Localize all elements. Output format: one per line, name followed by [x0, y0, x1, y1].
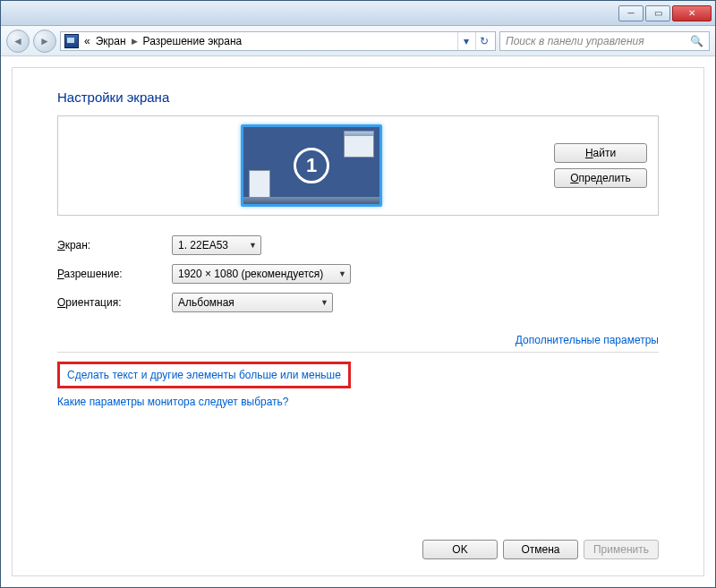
- preview-window-icon: [344, 131, 374, 158]
- titlebar: ─ ▭ ✕: [1, 1, 715, 26]
- resolution-value: 1920 × 1080 (рекомендуется): [178, 268, 323, 280]
- highlighted-link-box: Сделать текст и другие элементы больше и…: [57, 362, 351, 388]
- dialog-buttons: OK Отмена Применить: [57, 515, 659, 559]
- address-dropdown-icon[interactable]: ▾: [457, 32, 473, 50]
- cancel-button[interactable]: Отмена: [503, 540, 578, 559]
- address-bar[interactable]: « Экран ▶ Разрешение экрана ▾ ↻: [60, 31, 496, 51]
- screen-label: Экран:: [57, 239, 172, 251]
- control-panel-icon: [64, 34, 79, 48]
- chevron-down-icon: ▼: [320, 298, 328, 307]
- identify-button[interactable]: Определить: [554, 168, 647, 188]
- breadcrumb-prefix: «: [84, 35, 90, 47]
- minimize-button[interactable]: ─: [618, 5, 644, 21]
- page-title: Настройки экрана: [57, 89, 659, 105]
- chevron-right-icon: ▶: [132, 37, 138, 46]
- text-size-link[interactable]: Сделать текст и другие элементы больше и…: [67, 369, 341, 381]
- search-placeholder: Поиск в панели управления: [506, 35, 644, 47]
- preview-taskbar: [243, 197, 379, 204]
- monitor-preview-area: 1: [69, 124, 554, 207]
- screen-value: 1. 22EA53: [178, 239, 228, 251]
- close-button[interactable]: ✕: [672, 5, 712, 21]
- window: ─ ▭ ✕ ◄ ► « Экран ▶ Разрешение экрана ▾ …: [0, 0, 716, 588]
- settings-panel: Настройки экрана 1 Найти Определить: [12, 67, 704, 576]
- advanced-settings-link[interactable]: Дополнительные параметры: [516, 334, 659, 346]
- search-icon[interactable]: 🔍: [690, 35, 703, 47]
- chevron-down-icon: ▼: [249, 241, 257, 250]
- breadcrumb-resolution[interactable]: Разрешение экрана: [143, 35, 243, 47]
- ok-button[interactable]: OK: [422, 540, 498, 559]
- chevron-down-icon: ▼: [338, 269, 346, 278]
- monitor-1[interactable]: 1: [241, 124, 382, 207]
- screen-dropdown[interactable]: 1. 22EA53 ▼: [172, 235, 261, 255]
- monitor-preview-panel: 1 Найти Определить: [57, 115, 659, 216]
- nav-forward-button[interactable]: ►: [33, 30, 56, 53]
- search-input[interactable]: Поиск в панели управления 🔍: [499, 31, 710, 51]
- content-pane: Настройки экрана 1 Найти Определить: [1, 56, 715, 587]
- orientation-dropdown[interactable]: Альбомная ▼: [172, 293, 333, 312]
- navbar: ◄ ► « Экран ▶ Разрешение экрана ▾ ↻ Поис…: [1, 26, 715, 56]
- refresh-button[interactable]: ↻: [475, 32, 491, 50]
- find-button[interactable]: Найти: [554, 143, 647, 163]
- form-rows: Экран: 1. 22EA53 ▼ Разрешение: 1920 × 10…: [57, 235, 659, 321]
- apply-button: Применить: [584, 540, 659, 559]
- breadcrumb-screen[interactable]: Экран: [96, 35, 126, 47]
- resolution-label: Разрешение:: [57, 268, 172, 280]
- maximize-button[interactable]: ▭: [645, 5, 670, 21]
- resolution-dropdown[interactable]: 1920 × 1080 (рекомендуется) ▼: [172, 264, 351, 284]
- orientation-label: Ориентация:: [57, 296, 172, 309]
- orientation-value: Альбомная: [178, 296, 234, 309]
- monitor-number: 1: [294, 148, 329, 183]
- help-link[interactable]: Какие параметры монитора следует выбрать…: [57, 396, 289, 408]
- nav-back-button[interactable]: ◄: [6, 30, 30, 53]
